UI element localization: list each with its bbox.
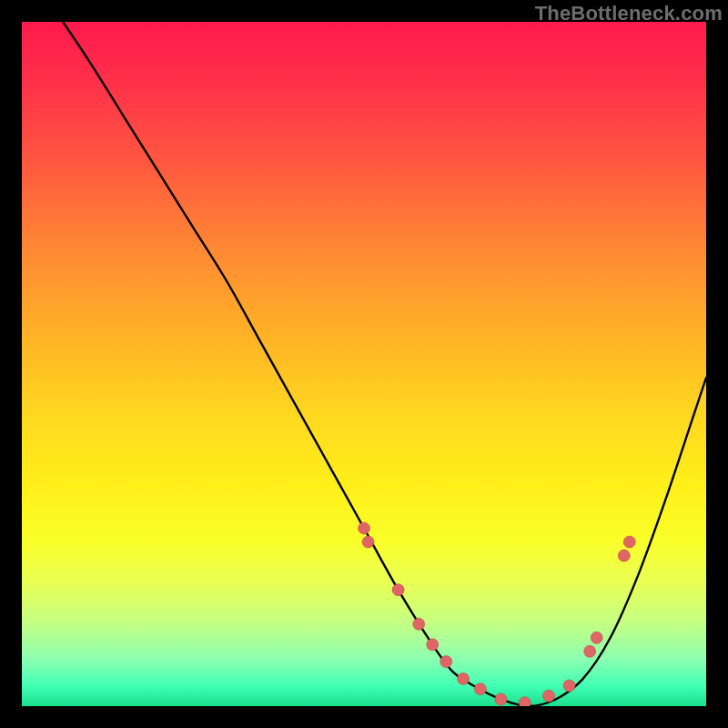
highlight-dot bbox=[623, 536, 635, 548]
highlight-dot bbox=[495, 693, 507, 705]
highlight-dot bbox=[591, 632, 602, 643]
highlight-dot bbox=[427, 639, 439, 651]
plot-area bbox=[22, 22, 706, 706]
highlight-dots-group bbox=[359, 522, 636, 706]
highlight-dot bbox=[359, 522, 370, 534]
highlight-dot bbox=[563, 680, 575, 692]
highlight-dot bbox=[543, 690, 555, 702]
highlight-dot bbox=[362, 536, 374, 548]
highlight-dot bbox=[474, 683, 486, 695]
highlight-dot bbox=[618, 550, 630, 561]
bottleneck-curve bbox=[63, 22, 706, 706]
highlight-dot bbox=[440, 656, 452, 668]
highlight-dot bbox=[458, 672, 470, 684]
highlight-dot bbox=[413, 618, 425, 630]
highlight-dot bbox=[519, 697, 531, 706]
highlight-dot bbox=[584, 645, 596, 657]
highlight-dot bbox=[392, 584, 404, 596]
chart-svg bbox=[22, 22, 706, 706]
chart-frame bbox=[15, 15, 713, 713]
watermark-text: TheBottleneck.com bbox=[535, 2, 723, 25]
